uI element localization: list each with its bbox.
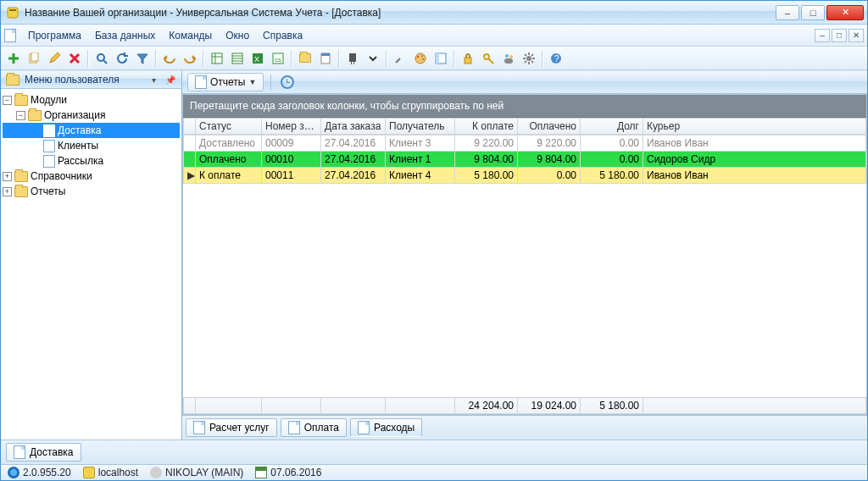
current-row-indicator: ▶ (184, 168, 196, 184)
table-row[interactable]: Оплачено0001027.04.2016Клиент 1 9 804.00… (184, 152, 866, 168)
collapse-icon[interactable]: − (3, 96, 12, 105)
layout-icon[interactable] (431, 49, 450, 68)
svg-rect-0 (8, 8, 18, 18)
tree-catalogs[interactable]: + Справочники (3, 169, 180, 184)
col-courier[interactable]: Курьер (643, 119, 866, 135)
svg-point-24 (505, 54, 509, 58)
col-date[interactable]: Дата заказа (321, 119, 386, 135)
close-button[interactable]: ✕ (826, 5, 864, 20)
export-csv-icon[interactable]: cs (269, 49, 287, 68)
redo-icon[interactable] (181, 49, 199, 68)
svg-text:X: X (254, 55, 259, 64)
menu-commands[interactable]: Команды (162, 27, 219, 44)
status-date: 07.06.2016 (255, 467, 321, 478)
users-icon[interactable] (499, 49, 518, 68)
mdi-doc-icon (4, 29, 16, 42)
data-grid: Перетащите сюда заголовок колонки, чтобы… (182, 94, 867, 415)
key-icon[interactable] (479, 49, 498, 68)
main-toolbar: X cs ? (1, 47, 867, 70)
folder-icon (28, 110, 42, 121)
search-icon[interactable] (92, 49, 111, 68)
menu-window[interactable]: Окно (219, 27, 256, 44)
col-debt[interactable]: Долг (581, 119, 643, 135)
col-status[interactable]: Статус (196, 119, 262, 135)
time-filter-button[interactable] (278, 73, 297, 91)
gear-icon[interactable] (520, 49, 538, 68)
table-row[interactable]: ▶ К оплате0001127.04.2016Клиент 4 5 180.… (184, 168, 866, 184)
task-delivery[interactable]: Доставка (6, 443, 81, 462)
svg-rect-12 (321, 53, 330, 56)
tab-calculation[interactable]: Расчет услуг (186, 418, 277, 437)
export-list-icon[interactable] (228, 49, 247, 68)
mdi-restore-button[interactable]: □ (832, 29, 847, 42)
status-version: 2.0.955.20 (8, 467, 71, 478)
tab-expenses[interactable]: Расходы (350, 418, 422, 437)
open-folder-icon[interactable] (296, 49, 314, 68)
tree-mailing[interactable]: Рассылка (3, 153, 180, 169)
document-icon (358, 421, 370, 434)
chevron-down-icon: ▼ (248, 78, 256, 86)
svg-rect-13 (349, 53, 356, 62)
palette-icon[interactable] (411, 49, 430, 68)
maximize-button[interactable]: □ (801, 5, 825, 20)
col-recipient[interactable]: Получатель (386, 119, 455, 135)
help-icon[interactable]: ? (547, 49, 565, 68)
svg-point-27 (526, 56, 531, 61)
edit-icon[interactable] (45, 49, 64, 68)
row-handle-header (184, 119, 196, 135)
svg-point-16 (415, 53, 426, 64)
table-row[interactable]: Доставлено0000927.04.2016Клиент 3 9 220.… (184, 135, 866, 152)
tree-clients[interactable]: Клиенты (3, 138, 180, 153)
group-hint[interactable]: Перетащите сюда заголовок колонки, чтобы… (183, 95, 866, 118)
nav-tree: − Модули − Организация Доставка Клиенты (1, 89, 181, 440)
svg-rect-1 (9, 9, 16, 11)
lock-icon[interactable] (459, 49, 477, 68)
sidebar-dropdown-icon[interactable]: ▾ (147, 74, 159, 86)
pin-icon[interactable]: 📌 (164, 74, 176, 86)
tab-payment[interactable]: Оплата (281, 418, 347, 437)
undo-icon[interactable] (160, 49, 179, 68)
tree-organization[interactable]: − Организация (3, 108, 180, 123)
document-icon (14, 445, 25, 459)
sidebar: Меню пользователя ▾ 📌 − Модули − Организ… (1, 71, 182, 440)
svg-rect-5 (212, 53, 222, 64)
form-icon[interactable] (316, 49, 335, 68)
copy-icon[interactable] (25, 49, 43, 68)
clock-icon (281, 75, 294, 89)
svg-rect-14 (351, 62, 352, 64)
tools-icon[interactable] (391, 49, 409, 68)
export-grid-icon[interactable] (208, 49, 226, 68)
col-number[interactable]: Номер заказа △ (262, 119, 321, 135)
collapse-icon[interactable]: − (16, 111, 25, 120)
database-icon (83, 467, 95, 478)
filter-icon[interactable] (133, 49, 152, 68)
mdi-controls: – □ ✕ (815, 29, 864, 42)
tree-reports[interactable]: + Отчеты (3, 184, 180, 199)
delete-icon[interactable] (65, 49, 84, 68)
tree-modules[interactable]: − Модули (3, 92, 180, 108)
content-toolbar: Отчеты ▼ (182, 71, 867, 94)
add-icon[interactable] (4, 49, 23, 68)
menu-database[interactable]: База данных (88, 27, 162, 44)
svg-rect-21 (436, 53, 439, 64)
refresh-icon[interactable] (113, 49, 131, 68)
mdi-minimize-button[interactable]: – (815, 29, 830, 42)
export-excel-icon[interactable]: X (248, 49, 267, 68)
mdi-close-button[interactable]: ✕ (849, 29, 864, 42)
grid-body[interactable]: Доставлено0000927.04.2016Клиент 3 9 220.… (183, 135, 866, 397)
reports-dropdown-button[interactable]: Отчеты ▼ (187, 73, 264, 91)
expand-icon[interactable]: + (3, 172, 12, 181)
svg-point-4 (97, 54, 104, 61)
tree-delivery[interactable]: Доставка (3, 123, 180, 138)
col-paid[interactable]: Оплачено (518, 119, 581, 135)
col-to-pay[interactable]: К оплате (455, 119, 518, 135)
chevron-down-icon[interactable] (364, 49, 382, 68)
menu-program[interactable]: Программа (21, 27, 88, 44)
minimize-button[interactable]: – (776, 5, 799, 20)
menu-help[interactable]: Справка (256, 27, 309, 44)
plugin-icon[interactable] (343, 49, 362, 68)
menubar: Программа База данных Команды Окно Справ… (1, 25, 867, 47)
app-window: Название Вашей организации - Универсальн… (0, 0, 868, 481)
expand-icon[interactable]: + (3, 187, 12, 196)
status-user: NIKOLAY (MAIN) (150, 467, 243, 478)
